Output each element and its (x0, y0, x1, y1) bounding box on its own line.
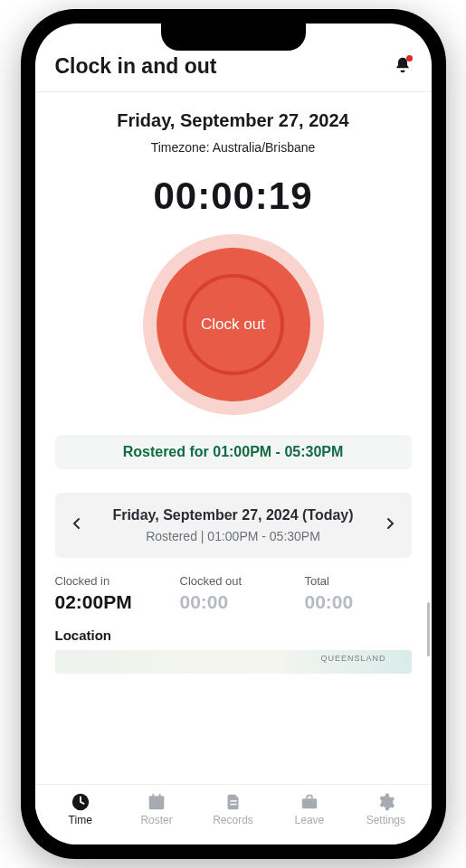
stat-total: Total 00:00 (305, 574, 412, 613)
notification-dot-icon (406, 55, 413, 61)
map-region-label: QUEENSLAND (320, 654, 385, 663)
clock-button-mid: Clock out (157, 248, 310, 401)
gear-icon (376, 792, 395, 812)
app-screen: Clock in and out Friday, September 27, 2… (35, 24, 432, 844)
svg-rect-7 (302, 798, 318, 808)
tab-label: Records (213, 814, 253, 826)
clock-icon (71, 792, 90, 812)
tab-roster[interactable]: Roster (119, 792, 195, 826)
roster-badge: Rostered for 01:00PM - 05:30PM (55, 435, 412, 469)
phone-notch (161, 24, 306, 51)
document-icon (223, 792, 243, 812)
clock-out-button[interactable]: Clock out (143, 234, 324, 415)
stat-label: Total (305, 574, 412, 588)
stat-clocked-in: Clocked in 02:00PM (55, 574, 162, 613)
stats-row: Clocked in 02:00PM Clocked out 00:00 Tot… (55, 574, 412, 613)
stat-value: 02:00PM (55, 591, 162, 613)
stat-value: 00:00 (180, 591, 287, 613)
scrollbar[interactable] (427, 602, 430, 656)
tab-settings[interactable]: Settings (347, 792, 423, 826)
tab-bar: Time Roster Records Leave Settings (35, 784, 432, 844)
tab-label: Settings (366, 814, 405, 826)
svg-rect-2 (149, 797, 165, 801)
svg-rect-5 (230, 800, 236, 801)
page-title: Clock in and out (55, 54, 217, 79)
timezone-text: Timezone: Australia/Brisbane (55, 140, 412, 155)
svg-rect-6 (230, 804, 236, 805)
stat-value: 00:00 (305, 591, 412, 613)
tab-label: Leave (295, 814, 325, 826)
stat-label: Clocked out (180, 574, 287, 588)
date-heading: Friday, September 27, 2024 (55, 110, 412, 131)
notifications-button[interactable] (394, 56, 412, 78)
briefcase-icon (300, 792, 319, 812)
stat-clocked-out: Clocked out 00:00 (180, 574, 287, 613)
day-navigator: Friday, September 27, 2024 (Today) Roste… (55, 493, 412, 558)
tab-label: Time (69, 814, 92, 826)
tab-time[interactable]: Time (43, 792, 119, 826)
svg-rect-4 (159, 794, 161, 798)
calendar-icon (147, 792, 166, 812)
day-nav-title: Friday, September 27, 2024 (Today) (86, 507, 381, 524)
clock-button-label: Clock out (183, 274, 284, 375)
tab-records[interactable]: Records (195, 792, 271, 826)
tab-label: Roster (140, 814, 172, 826)
next-day-button[interactable] (381, 512, 401, 539)
tab-leave[interactable]: Leave (271, 792, 347, 826)
day-nav-subtitle: Rostered | 01:00PM - 05:30PM (86, 529, 381, 543)
prev-day-button[interactable] (66, 512, 86, 539)
svg-rect-3 (153, 794, 155, 798)
main-content: Friday, September 27, 2024 Timezone: Aus… (35, 92, 432, 784)
elapsed-timer: 00:00:19 (55, 175, 412, 218)
chevron-left-icon (71, 517, 81, 530)
location-label: Location (55, 627, 412, 643)
location-map[interactable]: QUEENSLAND (55, 650, 412, 674)
phone-frame: Clock in and out Friday, September 27, 2… (21, 9, 446, 859)
chevron-right-icon (386, 517, 395, 530)
stat-label: Clocked in (55, 574, 162, 588)
